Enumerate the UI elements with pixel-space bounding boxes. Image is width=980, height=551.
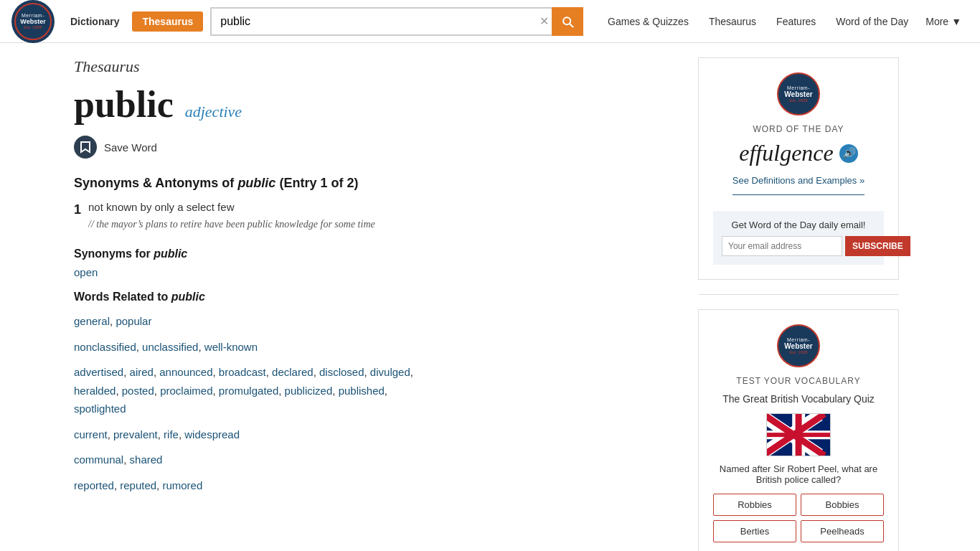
entry-example: // the mayor’s plans to retire have been… xyxy=(88,219,375,230)
rel-broadcast[interactable]: broadcast xyxy=(219,366,266,378)
quiz-option-robbies[interactable]: Robbies xyxy=(713,494,796,516)
email-input[interactable] xyxy=(722,236,842,256)
site-header: Merriam- Webster Est. 1828 Dictionary Th… xyxy=(0,0,980,43)
synonym-open[interactable]: open xyxy=(74,266,98,278)
vocab-quiz-card: Merriam- Webster Est. 1828 TEST YOUR VOC… xyxy=(698,309,899,551)
quiz-option-peelheads[interactable]: Peelheads xyxy=(801,520,884,542)
rel-popular[interactable]: popular xyxy=(116,315,151,327)
quiz-question: Named after Sir Robert Peel, what are Br… xyxy=(713,463,884,485)
subscribe-button[interactable]: SUBSCRIBE xyxy=(845,236,910,256)
rel-reputed[interactable]: reputed xyxy=(120,479,156,491)
speaker-button[interactable] xyxy=(839,144,858,163)
related-group-6: reported, reputed, rumored xyxy=(74,476,677,495)
search-icon xyxy=(560,14,575,29)
synonyms-list: open xyxy=(74,266,677,279)
word-heading: public adjective xyxy=(74,83,677,126)
sidebar: Merriam- Webster Est. 1828 WORD OF THE D… xyxy=(698,57,899,551)
save-word-row: Save Word xyxy=(74,136,677,159)
rel-promulgated[interactable]: promulgated xyxy=(219,385,278,397)
nav-features[interactable]: Features xyxy=(766,16,826,27)
dictionary-toggle-button[interactable]: Dictionary xyxy=(60,11,129,32)
wotd-label: WORD OF THE DAY xyxy=(713,124,884,134)
chevron-down-icon: ▼ xyxy=(951,16,961,27)
search-clear-button[interactable]: ✕ xyxy=(540,14,549,28)
rel-current[interactable]: current xyxy=(74,428,108,441)
rel-communal[interactable]: communal xyxy=(74,453,123,466)
quiz-option-berties[interactable]: Berties xyxy=(713,520,796,542)
more-label: More xyxy=(925,16,948,27)
nav-games-quizzes[interactable]: Games & Quizzes xyxy=(598,16,699,27)
vocab-subtitle: The Great British Vocabulary Quiz xyxy=(713,393,884,405)
main-content: Thesaurus public adjective Save Word Syn… xyxy=(74,57,698,551)
rel-aired[interactable]: aired xyxy=(130,366,154,378)
site-logo[interactable]: Merriam- Webster Est. 1828 xyxy=(11,0,55,43)
rel-widespread[interactable]: widespread xyxy=(184,428,240,441)
wotd-word: effulgence xyxy=(713,140,884,166)
save-word-button[interactable]: Save Word xyxy=(104,141,157,154)
rel-general[interactable]: general xyxy=(74,315,110,327)
entry-block: 1 not known by only a select few // the … xyxy=(74,201,677,242)
rel-heralded[interactable]: heralded xyxy=(74,385,116,397)
part-of-speech: adjective xyxy=(185,103,242,121)
rel-posted[interactable]: posted xyxy=(122,385,154,397)
thesaurus-toggle-button[interactable]: Thesaurus xyxy=(132,11,203,32)
rel-proclaimed[interactable]: proclaimed xyxy=(160,385,212,397)
related-group-5: communal, shared xyxy=(74,451,677,469)
logo-text-bot: Est. 1828 xyxy=(24,25,42,29)
wotd-logo: Merriam- Webster Est. 1828 xyxy=(777,72,820,116)
rel-published[interactable]: published xyxy=(339,385,385,397)
email-signup: Get Word of the Day daily email! SUBSCRI… xyxy=(713,211,884,265)
logo-text-top: Merriam- xyxy=(22,13,44,18)
rel-rumored[interactable]: rumored xyxy=(162,479,202,491)
rel-divulged[interactable]: divulged xyxy=(370,366,410,378)
wotd-card: Merriam- Webster Est. 1828 WORD OF THE D… xyxy=(698,57,899,280)
rel-announced[interactable]: announced xyxy=(159,366,212,378)
rel-reported[interactable]: reported xyxy=(74,479,114,491)
rel-disclosed[interactable]: disclosed xyxy=(319,366,364,378)
sidebar-divider xyxy=(698,294,899,295)
rel-well-known[interactable]: well-known xyxy=(204,341,258,353)
vocab-logo: Merriam- Webster Est. 1828 xyxy=(777,324,820,367)
wotd-see-link[interactable]: See Definitions and Examples » xyxy=(732,175,864,195)
breadcrumb: Thesaurus xyxy=(74,57,677,76)
quiz-flag-image xyxy=(766,413,831,456)
rel-nonclassified[interactable]: nonclassified xyxy=(74,341,136,353)
nav-thesaurus[interactable]: Thesaurus xyxy=(699,16,766,27)
search-input[interactable] xyxy=(210,7,552,36)
related-group-1: general, popular xyxy=(74,312,677,331)
rel-unclassified[interactable]: unclassified xyxy=(142,341,198,353)
logo-text-mid: Webster xyxy=(20,18,45,25)
vocab-label: TEST YOUR VOCABULARY xyxy=(713,376,884,386)
rel-rife[interactable]: rife xyxy=(164,428,179,441)
synonyms-label: Synonyms for public xyxy=(74,248,677,260)
rel-advertised[interactable]: advertised xyxy=(74,366,123,378)
nav-word-of-the-day[interactable]: Word of the Day xyxy=(826,16,918,27)
quiz-options: Robbies Bobbies Berties Peelheads xyxy=(713,494,884,542)
rel-shared[interactable]: shared xyxy=(130,453,163,466)
main-nav: Games & Quizzes Thesaurus Features Word … xyxy=(598,16,969,27)
rel-declared[interactable]: declared xyxy=(272,366,314,378)
search-form: ✕ xyxy=(210,7,583,36)
bookmark-icon xyxy=(80,141,91,154)
entry-number: 1 xyxy=(74,202,81,217)
related-group-3: advertised, aired, announced, broadcast,… xyxy=(74,363,677,418)
rel-prevalent[interactable]: prevalent xyxy=(113,428,158,441)
more-menu-button[interactable]: More ▼ xyxy=(918,16,969,27)
quiz-option-bobbies[interactable]: Bobbies xyxy=(801,494,884,516)
entry-definition: not known by only a select few xyxy=(88,201,375,213)
related-group-4: current, prevalent, rife, widespread xyxy=(74,425,677,444)
related-group-2: nonclassified, unclassified, well-known xyxy=(74,338,677,357)
headword: public xyxy=(74,83,174,126)
email-label: Get Word of the Day daily email! xyxy=(722,220,875,230)
rel-spotlighted[interactable]: spotlighted xyxy=(74,402,126,415)
save-word-icon[interactable] xyxy=(74,136,97,159)
rel-publicized[interactable]: publicized xyxy=(285,385,333,397)
search-submit-button[interactable] xyxy=(552,7,583,36)
related-words-label: Words Related to public xyxy=(74,291,677,303)
synonyms-antonyms-heading: Synonyms & Antonyms of public (Entry 1 o… xyxy=(74,176,677,191)
